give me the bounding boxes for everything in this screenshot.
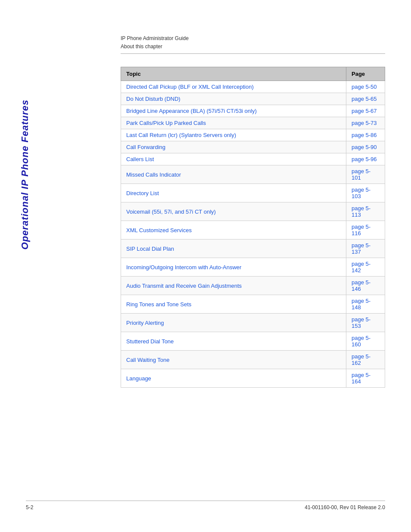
page-cell[interactable]: page 5-67 (346, 105, 385, 117)
topic-cell[interactable]: Do Not Disturb (DND) (121, 93, 346, 105)
page-cell[interactable]: page 5-164 (346, 369, 385, 388)
page-cell[interactable]: page 5-73 (346, 117, 385, 129)
table-row: Missed Calls Indicatorpage 5-101 (121, 165, 385, 184)
page-container: IP Phone Administrator Guide About this … (0, 0, 411, 532)
topic-cell[interactable]: Call Waiting Tone (121, 351, 346, 369)
topic-cell[interactable]: Bridged Line Appearance (BLA) (57i/57i C… (121, 105, 346, 117)
topic-cell[interactable]: Park Calls/Pick Up Parked Calls (121, 117, 346, 129)
page-cell[interactable]: page 5-160 (346, 332, 385, 351)
topic-cell[interactable]: Directed Call Pickup (BLF or XML Call In… (121, 81, 346, 93)
page-cell[interactable]: page 5-162 (346, 351, 385, 369)
table-row: Incoming/Outgoing Intercom with Auto-Ans… (121, 258, 385, 277)
table-row: Bridged Line Appearance (BLA) (57i/57i C… (121, 105, 385, 117)
content-area: Topic Page Directed Call Pickup (BLF or … (121, 67, 385, 388)
topic-cell[interactable]: Stuttered Dial Tone (121, 332, 346, 351)
sidebar-title: Operational IP Phone Features (16, 84, 34, 265)
topic-cell[interactable]: XML Customized Services (121, 221, 346, 240)
page-cell[interactable]: page 5-116 (346, 221, 385, 240)
page-cell[interactable]: page 5-96 (346, 153, 385, 165)
table-row: Priority Alertingpage 5-153 (121, 314, 385, 332)
header-line1: IP Phone Administrator Guide (121, 34, 385, 43)
page-cell[interactable]: page 5-103 (346, 184, 385, 202)
table-row: XML Customized Servicespage 5-116 (121, 221, 385, 240)
page-cell[interactable]: page 5-146 (346, 277, 385, 295)
table-row: Languagepage 5-164 (121, 369, 385, 388)
topic-cell[interactable]: Audio Transmit and Receive Gain Adjustme… (121, 277, 346, 295)
header-divider (121, 53, 385, 54)
table-row: SIP Local Dial Planpage 5-137 (121, 240, 385, 258)
page-cell[interactable]: page 5-86 (346, 129, 385, 141)
table-row: Directory Listpage 5-103 (121, 184, 385, 202)
topic-cell[interactable]: Ring Tones and Tone Sets (121, 295, 346, 314)
topic-cell[interactable]: Voicemail (55i, 57i, and 57i CT only) (121, 202, 346, 221)
table-row: Callers Listpage 5-96 (121, 153, 385, 165)
topic-cell[interactable]: Incoming/Outgoing Intercom with Auto-Ans… (121, 258, 346, 277)
topic-cell[interactable]: Callers List (121, 153, 346, 165)
table-row: Call Forwardingpage 5-90 (121, 141, 385, 153)
table-row: Do Not Disturb (DND)page 5-65 (121, 93, 385, 105)
topic-column-header: Topic (121, 67, 346, 81)
table-row: Park Calls/Pick Up Parked Callspage 5-73 (121, 117, 385, 129)
page-footer: 5-2 41-001160-00, Rev 01 Release 2.0 (26, 501, 385, 510)
topic-cell[interactable]: Last Call Return (lcr) (Sylantro Servers… (121, 129, 346, 141)
page-cell[interactable]: page 5-50 (346, 81, 385, 93)
topic-cell[interactable]: Language (121, 369, 346, 388)
page-cell[interactable]: page 5-101 (346, 165, 385, 184)
page-column-header: Page (346, 67, 385, 81)
page-cell[interactable]: page 5-142 (346, 258, 385, 277)
footer-document-info: 41-001160-00, Rev 01 Release 2.0 (305, 504, 385, 510)
header-line2: About this chapter (121, 43, 385, 51)
table-row: Call Waiting Tonepage 5-162 (121, 351, 385, 369)
table-header-row: Topic Page (121, 67, 385, 81)
page-cell[interactable]: page 5-113 (346, 202, 385, 221)
topic-cell[interactable]: SIP Local Dial Plan (121, 240, 346, 258)
table-row: Audio Transmit and Receive Gain Adjustme… (121, 277, 385, 295)
page-cell[interactable]: page 5-148 (346, 295, 385, 314)
table-row: Voicemail (55i, 57i, and 57i CT only)pag… (121, 202, 385, 221)
topic-cell[interactable]: Priority Alerting (121, 314, 346, 332)
table-row: Stuttered Dial Tonepage 5-160 (121, 332, 385, 351)
page-cell[interactable]: page 5-90 (346, 141, 385, 153)
header-section: IP Phone Administrator Guide About this … (26, 34, 385, 54)
page-cell[interactable]: page 5-153 (346, 314, 385, 332)
topic-cell[interactable]: Call Forwarding (121, 141, 346, 153)
table-row: Ring Tones and Tone Setspage 5-148 (121, 295, 385, 314)
footer-page-number: 5-2 (26, 504, 33, 510)
page-cell[interactable]: page 5-137 (346, 240, 385, 258)
page-cell[interactable]: page 5-65 (346, 93, 385, 105)
sidebar-title-text: Operational IP Phone Features (19, 100, 31, 249)
table-row: Last Call Return (lcr) (Sylantro Servers… (121, 129, 385, 141)
topic-cell[interactable]: Directory List (121, 184, 346, 202)
toc-table: Topic Page Directed Call Pickup (BLF or … (121, 67, 385, 388)
table-row: Directed Call Pickup (BLF or XML Call In… (121, 81, 385, 93)
topic-cell[interactable]: Missed Calls Indicator (121, 165, 346, 184)
